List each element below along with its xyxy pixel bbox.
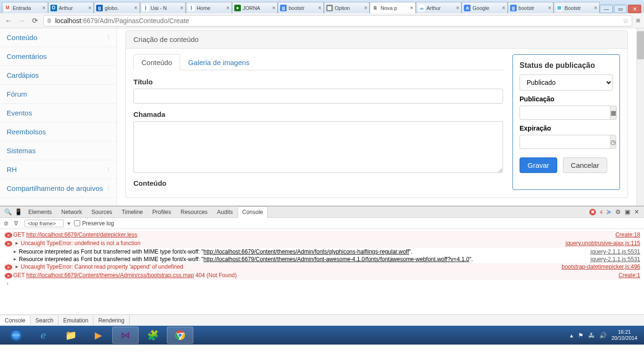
console-output[interactable]: ×GET http://localhost:6679/Content/datep… <box>0 229 644 314</box>
tab-close-icon[interactable]: × <box>272 5 275 11</box>
sidebar-item[interactable]: Reembolsos <box>0 123 116 141</box>
taskbar-vs[interactable]: ⋈ <box>112 327 139 344</box>
sidebar-item[interactable]: Conteúdo〈 <box>0 28 116 47</box>
tab-close-icon[interactable]: × <box>364 5 367 11</box>
log-source-link[interactable]: jquery-2.1.1.js:5531 <box>585 256 640 263</box>
reload-button[interactable]: ⟳ <box>30 16 40 25</box>
tab-close-icon[interactable]: × <box>42 5 46 11</box>
drawer-tab-console[interactable]: Console <box>0 316 31 325</box>
close-devtools-icon[interactable]: ✕ <box>634 208 639 215</box>
expand-arrow-icon[interactable]: ▸ <box>13 263 21 270</box>
forward-button[interactable]: → <box>17 16 26 25</box>
start-button[interactable] <box>3 327 29 344</box>
dt-tab-sources[interactable]: Sources <box>87 206 117 218</box>
browser-tab[interactable]: OArthur× <box>48 2 94 13</box>
dt-tab-elements[interactable]: Elements <box>24 206 57 218</box>
taskbar-clock[interactable]: 16:21 20/10/2014 <box>611 329 637 341</box>
publish-status-select[interactable]: Publicado <box>520 74 613 90</box>
window-close-button[interactable]: ✕ <box>628 5 641 13</box>
console-prompt[interactable]: › <box>4 280 640 287</box>
expiration-date-input[interactable] <box>520 135 610 149</box>
browser-tab[interactable]: ☁Arthur× <box>416 2 462 13</box>
dt-tab-network[interactable]: Network <box>57 206 87 218</box>
cancel-button[interactable]: Cancelar <box>563 157 607 173</box>
dock-icon[interactable]: ▣ <box>625 208 630 215</box>
sidebar-item[interactable]: RH〈 <box>0 160 116 179</box>
browser-tab[interactable]: gbootstr× <box>508 2 554 13</box>
chrome-menu-button[interactable]: ≡ <box>636 16 640 25</box>
browser-tab[interactable]: ●JORNA× <box>232 2 278 13</box>
taskbar-app[interactable]: 🧩 <box>140 327 166 344</box>
expand-arrow-icon[interactable]: ▸ <box>13 240 21 246</box>
drawer-tab-rendering[interactable]: Rendering <box>93 316 129 325</box>
filter-icon[interactable]: ∇ <box>14 220 21 227</box>
tab-close-icon[interactable]: × <box>548 5 551 11</box>
tab-close-icon[interactable]: × <box>134 5 138 11</box>
browser-tab[interactable]: ⟩Uai - N× <box>140 2 186 13</box>
dt-tab-profiles[interactable]: Profiles <box>148 206 176 218</box>
expand-arrow-icon[interactable]: ▸ <box>11 256 19 262</box>
dt-tab-timeline[interactable]: Timeline <box>117 206 148 218</box>
dt-tab-console[interactable]: Console <box>238 206 268 218</box>
tray-network-icon[interactable]: 🖧 <box>588 332 594 339</box>
sidebar-item[interactable]: Fórum <box>0 85 116 104</box>
sidebar-item[interactable]: Sistemas <box>0 141 116 160</box>
browser-tab[interactable]: 🗎Nova p× <box>370 2 416 13</box>
device-icon[interactable]: 📱 <box>13 208 24 215</box>
log-source-link[interactable]: Create:1 <box>613 272 640 279</box>
dt-tab-resources[interactable]: Resources <box>176 206 212 218</box>
preserve-log-input[interactable] <box>74 220 80 226</box>
tab-close-icon[interactable]: × <box>88 5 91 11</box>
tab-close-icon[interactable]: × <box>180 5 183 11</box>
clock-icon[interactable]: ◷ <box>610 135 616 149</box>
tab-close-icon[interactable]: × <box>502 5 505 11</box>
inspect-icon[interactable]: 🔍 <box>3 208 13 215</box>
log-source-link[interactable]: bootstrap-datetimepicker.js:496 <box>556 263 640 270</box>
drawer-tab-search[interactable]: Search <box>31 316 58 325</box>
sidebar-item[interactable]: Eventos <box>0 104 116 123</box>
taskbar-explorer[interactable]: 📁 <box>58 327 84 344</box>
page-vertical-scrollbar[interactable] <box>636 28 644 206</box>
tray-flag-icon[interactable]: ⚑ <box>578 332 584 339</box>
show-drawer-icon[interactable]: ≽ <box>606 208 611 215</box>
save-button[interactable]: Gravar <box>520 157 557 173</box>
drawer-tab-emulation[interactable]: Emulation <box>58 316 93 325</box>
calendar-icon[interactable]: ▦ <box>610 106 617 120</box>
sidebar-item[interactable]: Comentários <box>0 47 116 66</box>
log-source-link[interactable]: Create:18 <box>610 231 640 238</box>
tab-close-icon[interactable]: × <box>318 5 322 11</box>
tray-show-hidden-icon[interactable]: ▴ <box>570 332 573 339</box>
browser-tab[interactable]: MEntrada× <box>2 2 48 13</box>
publication-date-input[interactable] <box>520 106 610 120</box>
browser-tab[interactable]: aGoogle× <box>462 2 508 13</box>
call-textarea[interactable] <box>133 121 503 173</box>
address-bar[interactable]: 🗎 localhost:6679/Adm/PaginasConteudo/Cre… <box>43 15 632 26</box>
clear-console-icon[interactable]: ⊘ <box>4 220 10 227</box>
taskbar-ie[interactable]: ℯ <box>30 327 57 344</box>
tab-close-icon[interactable]: × <box>594 5 597 11</box>
sidebar-item[interactable]: Cardápios <box>0 66 116 85</box>
tab-content[interactable]: Conteúdo <box>133 54 180 70</box>
tab-gallery[interactable]: Galeria de imagens <box>180 54 257 70</box>
settings-icon[interactable]: ⚙ <box>615 208 621 215</box>
bookmark-star-icon[interactable]: ☆ <box>623 17 629 25</box>
taskbar-chrome[interactable] <box>167 327 193 344</box>
frame-select[interactable]: <top frame> <box>25 220 64 227</box>
tab-close-icon[interactable]: × <box>226 5 230 11</box>
tray-volume-icon[interactable]: 🔊 <box>599 332 607 339</box>
error-count-badge[interactable]: ✖ <box>589 209 596 215</box>
log-source-link[interactable]: jquery-2.1.1.js:5531 <box>585 248 640 255</box>
browser-tab[interactable]: ▦Option× <box>324 2 370 13</box>
window-maximize-button[interactable]: ▭ <box>614 5 627 13</box>
preserve-log-checkbox[interactable]: Preserve log <box>74 220 114 227</box>
browser-tab[interactable]: ⊞Bootstr× <box>553 2 600 13</box>
browser-tab[interactable]: gbootstr× <box>278 2 324 13</box>
title-input[interactable] <box>133 89 503 104</box>
dt-tab-audits[interactable]: Audits <box>212 206 237 218</box>
log-source-link[interactable]: jquery.unobtrusive-ajax.js:115 <box>560 240 640 247</box>
back-button[interactable]: ← <box>4 16 13 25</box>
tab-close-icon[interactable]: × <box>456 5 459 11</box>
browser-tab[interactable]: gglobo.× <box>94 2 140 13</box>
taskbar-media[interactable]: ▶ <box>85 327 111 344</box>
tab-close-icon[interactable]: × <box>410 5 413 11</box>
